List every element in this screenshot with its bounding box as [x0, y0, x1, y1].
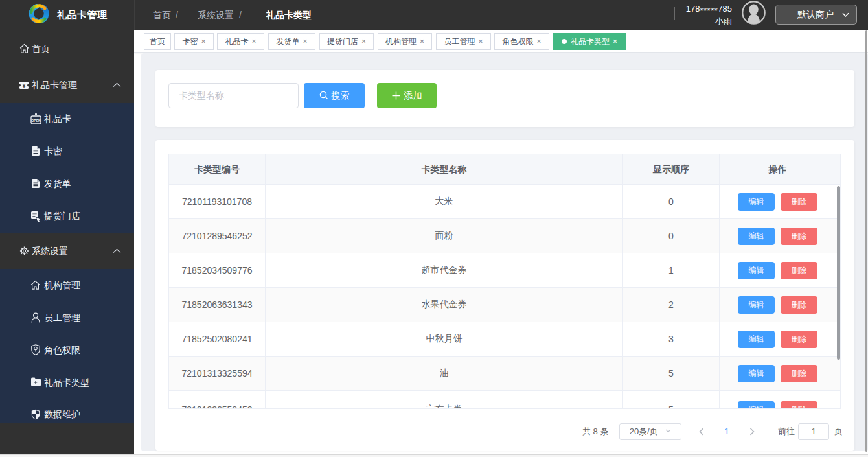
- svg-text:¥: ¥: [22, 82, 25, 89]
- svg-text:OPEN: OPEN: [31, 119, 41, 123]
